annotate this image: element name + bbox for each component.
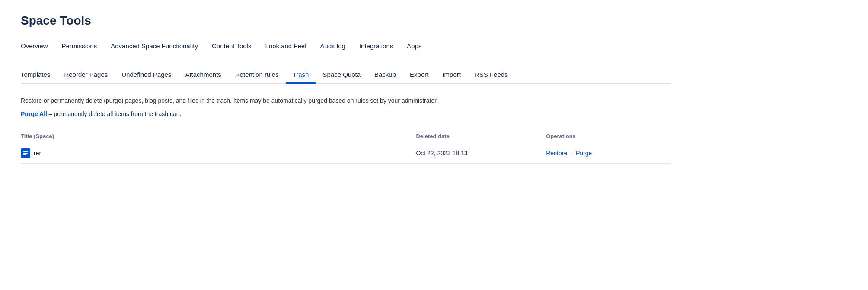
purge-all-button[interactable]: Purge All: [21, 110, 47, 117]
trash-content: Restore or permanently delete (purge) pa…: [21, 84, 671, 164]
trash-table: Title (Space) Deleted date Operations: [21, 129, 671, 164]
sub-nav-reorder-pages[interactable]: Reorder Pages: [57, 66, 115, 84]
top-nav-item-apps[interactable]: Apps: [400, 38, 428, 54]
svg-rect-1: [23, 153, 28, 154]
row-title-cell: rer: [21, 143, 411, 164]
sub-nav-import[interactable]: Import: [435, 66, 468, 84]
top-nav-item-integrations[interactable]: Integrations: [352, 38, 400, 54]
restore-link[interactable]: Restore: [546, 150, 567, 157]
col-header-date: Deleted date: [411, 129, 541, 143]
sub-nav-attachments[interactable]: Attachments: [178, 66, 228, 84]
table-row: rer Oct 22, 2023 18:13 Restore · Purge: [21, 143, 671, 164]
sub-nav-retention-rules[interactable]: Retention rules: [228, 66, 286, 84]
row-operations: Restore · Purge: [541, 143, 671, 164]
top-nav-item-look-and-feel[interactable]: Look and Feel: [258, 38, 313, 54]
top-nav-item-permissions[interactable]: Permissions: [55, 38, 104, 54]
sub-nav-space-quota[interactable]: Space Quota: [316, 66, 367, 84]
ops-separator: ·: [571, 150, 572, 157]
purge-all-line: Purge All – permanently delete all items…: [21, 110, 671, 117]
row-title: rer: [34, 150, 41, 157]
col-header-title: Title (Space): [21, 129, 411, 143]
top-nav-item-audit-log[interactable]: Audit log: [313, 38, 352, 54]
file-icon: [21, 148, 30, 158]
svg-rect-0: [23, 151, 28, 152]
sub-nav-backup[interactable]: Backup: [367, 66, 403, 84]
page-title: Space Tools: [21, 14, 671, 28]
svg-rect-2: [23, 154, 26, 155]
sub-nav-templates[interactable]: Templates: [21, 66, 57, 84]
trash-description: Restore or permanently delete (purge) pa…: [21, 96, 671, 105]
top-nav-item-advanced[interactable]: Advanced Space Functionality: [104, 38, 205, 54]
top-nav-item-content-tools[interactable]: Content Tools: [205, 38, 258, 54]
col-header-operations: Operations: [541, 129, 671, 143]
top-nav-item-overview[interactable]: Overview: [21, 38, 55, 54]
purge-all-suffix: – permanently delete all items from the …: [47, 110, 181, 117]
sub-nav-export[interactable]: Export: [403, 66, 435, 84]
sub-nav: Templates Reorder Pages Undefined Pages …: [21, 66, 671, 84]
sub-nav-trash[interactable]: Trash: [286, 66, 316, 84]
sub-nav-rss-feeds[interactable]: RSS Feeds: [468, 66, 515, 84]
sub-nav-undefined-pages[interactable]: Undefined Pages: [115, 66, 178, 84]
purge-link[interactable]: Purge: [576, 150, 592, 157]
top-nav: Overview Permissions Advanced Space Func…: [21, 38, 671, 54]
row-deleted-date: Oct 22, 2023 18:13: [411, 143, 541, 164]
